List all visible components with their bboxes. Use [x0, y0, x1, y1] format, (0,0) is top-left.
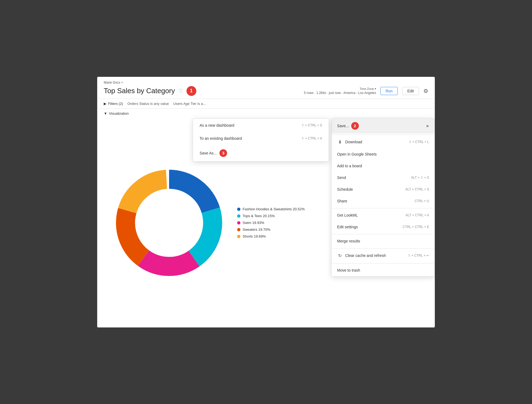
menu-item-save[interactable]: Save... 2 ▶ [332, 119, 435, 133]
page-title: Top Sales by Category [104, 87, 175, 95]
menu-item-schedule[interactable]: Schedule ALT + CTRL + S [332, 184, 435, 195]
refresh-icon: ↻ [337, 253, 343, 258]
divider-4 [332, 248, 435, 248]
viz-label: Visualization [109, 111, 129, 116]
title-left: Top Sales by Category ♡ 1 [104, 86, 196, 96]
send-label: Send [337, 175, 346, 180]
trash-label: Move to trash [337, 268, 360, 272]
share-label: Share [337, 199, 347, 203]
header: Marie Docs ▾ Top Sales by Category ♡ 1 T… [97, 77, 435, 99]
download-shortcut: ⇧ + CTRL + L [409, 140, 429, 144]
add-board-label: Add to a board [337, 164, 362, 168]
merge-label: Merge results [337, 239, 360, 243]
badge-3: 3 [219, 149, 227, 157]
badge-2: 2 [351, 122, 359, 130]
download-label: Download [345, 140, 362, 144]
legend-label-4: Sweaters 19.70% [243, 227, 270, 232]
schedule-shortcut: ALT + CTRL + S [405, 187, 429, 191]
badge-1: 1 [186, 86, 196, 96]
menu-item-clear-cache[interactable]: ↻ Clear cache and refresh ⇧ + CTRL + ↩ [332, 250, 435, 262]
submenu-shortcut-2: ⇧ + CTRL + A [301, 136, 322, 140]
legend-item-1: Fashion Hoodies & Sweatshirts 20.52% [237, 207, 305, 211]
toolbar: ▶ Filters (2) Orders Status is any value… [97, 99, 435, 109]
filters-chevron-icon: ▶ [104, 102, 106, 106]
legend-dot-sweaters [237, 228, 240, 231]
clear-cache-shortcut: ⇧ + CTRL + ↩ [408, 254, 429, 257]
schedule-label: Schedule [337, 187, 353, 192]
header-right: Time Zone ▾ 5 rows · 1.284s · just now ·… [304, 87, 428, 95]
legend-dot-fashion [237, 208, 240, 211]
legend-label-3: Swim 19.93% [243, 221, 264, 225]
chart-legend: Fashion Hoodies & Sweatshirts 20.52% Top… [237, 207, 305, 238]
save-arrow-icon: ▶ [427, 124, 429, 128]
edit-settings-label: Edit settings [337, 225, 358, 229]
google-sheets-label: Open in Google Sheets [337, 152, 377, 156]
menu-item-download[interactable]: ⬇ Download ⇧ + CTRL + L [332, 136, 435, 148]
viz-chevron-icon: ▼ [104, 111, 107, 116]
legend-item-3: Swim 19.93% [237, 221, 305, 225]
legend-label-1: Fashion Hoodies & Sweatshirts 20.52% [243, 207, 305, 211]
filters-toggle[interactable]: ▶ Filters (2) [104, 102, 123, 106]
viz-toggle[interactable]: ▼ Visualization [104, 111, 428, 116]
legend-dot-tops [237, 214, 240, 218]
legend-label-5: Shorts 19.69% [243, 234, 266, 238]
filter-tag-2: Users Age Tier is a... [173, 102, 206, 106]
legend-dot-shorts [237, 235, 240, 238]
divider-1 [332, 135, 435, 135]
clear-cache-label: Clear cache and refresh [345, 253, 386, 258]
breadcrumb-chevron: ▾ [121, 81, 123, 84]
gear-icon[interactable]: ⚙ [423, 88, 428, 94]
menu-item-send[interactable]: Send ALT + ⇧ + S [332, 172, 435, 184]
divider-2 [332, 208, 435, 208]
save-label: Save... [337, 124, 349, 128]
meta-info: Time Zone ▾ 5 rows · 1.284s · just now ·… [304, 87, 376, 95]
donut-chart [112, 166, 226, 280]
submenu-label-3: Save As... [200, 151, 217, 155]
menu-item-lookml[interactable]: Get LookML ALT + CTRL + A [332, 209, 435, 221]
filters-label: Filters (2) [108, 102, 123, 106]
donut-hole [145, 198, 194, 247]
legend-dot-swim [237, 221, 240, 224]
breadcrumb-label[interactable]: Marie Docs [104, 81, 120, 84]
breadcrumb[interactable]: Marie Docs ▾ [104, 81, 428, 84]
menu-item-merge[interactable]: Merge results [332, 235, 435, 247]
menu-item-edit-settings[interactable]: Edit settings CTRL + CTRL + E [332, 221, 435, 233]
meta-timezone[interactable]: Time Zone ▾ [304, 87, 376, 90]
send-shortcut: ALT + ⇧ + S [411, 176, 429, 180]
legend-item-2: Tops & Tees 20.15% [237, 214, 305, 218]
legend-item-5: Shorts 19.69% [237, 234, 305, 238]
edit-settings-shortcut: CTRL + CTRL + E [403, 225, 429, 229]
submenu-label-2: To an existing dashboard [200, 136, 242, 141]
filter-tag-1: Orders Status is any value [127, 102, 169, 106]
heart-icon[interactable]: ♡ [178, 88, 183, 94]
menu-item-trash[interactable]: Move to trash [332, 265, 435, 276]
share-shortcut: CTRL + U [415, 199, 429, 203]
download-icon: ⬇ [337, 139, 343, 145]
lookml-shortcut: ALT + CTRL + A [406, 213, 429, 217]
menu-item-add-board[interactable]: Add to a board [332, 160, 435, 172]
menu-item-share[interactable]: Share CTRL + U [332, 195, 435, 207]
menu-item-save-left: Save... 2 [337, 122, 359, 130]
run-button[interactable]: Run [380, 87, 398, 95]
visualization-section: ▼ Visualization [97, 109, 435, 118]
legend-label-2: Tops & Tees 20.15% [243, 214, 275, 218]
divider-5 [332, 263, 435, 263]
dropdown-menu: Save... 2 ▶ As a new dashboard ⇧ + CTRL … [331, 118, 435, 277]
main-content: Fashion Hoodies & Sweatshirts 20.52% Top… [97, 118, 435, 327]
menu-item-google-sheets[interactable]: Open in Google Sheets [332, 148, 435, 160]
divider-3 [332, 234, 435, 234]
submenu: As a new dashboard ⇧ + CTRL + S To an ex… [193, 119, 329, 162]
submenu-shortcut-1: ⇧ + CTRL + S [301, 123, 322, 127]
lookml-label: Get LookML [337, 213, 358, 217]
submenu-item-save-as[interactable]: Save As... 3 [193, 145, 329, 161]
submenu-item-existing-dashboard[interactable]: To an existing dashboard ⇧ + CTRL + A [193, 132, 329, 145]
title-row: Top Sales by Category ♡ 1 Time Zone ▾ 5 … [104, 86, 428, 96]
legend-item-4: Sweaters 19.70% [237, 227, 305, 232]
meta-details: 5 rows · 1.284s · just now · America - L… [304, 91, 376, 95]
edit-button[interactable]: Edit [402, 87, 419, 95]
main-window: Marie Docs ▾ Top Sales by Category ♡ 1 T… [97, 77, 435, 327]
submenu-label-1: As a new dashboard [200, 123, 234, 127]
submenu-item-new-dashboard[interactable]: As a new dashboard ⇧ + CTRL + S [193, 119, 329, 132]
